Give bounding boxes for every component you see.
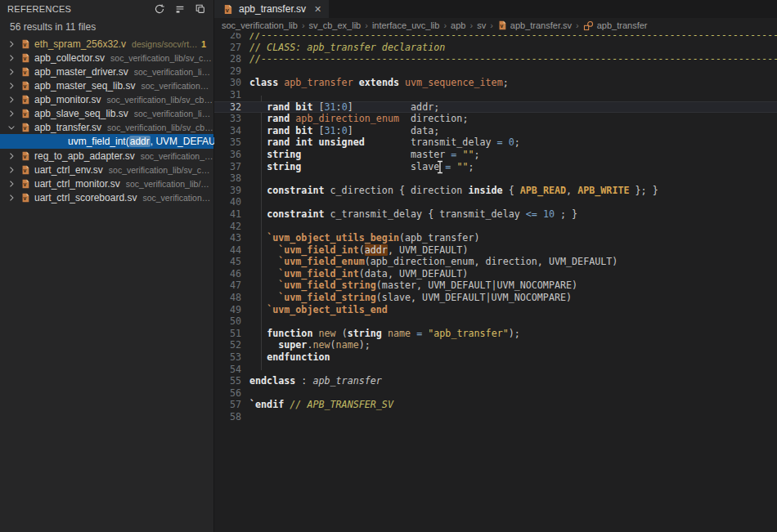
references-panel: REFERENCES 56 results in 11 files veth_s… [0, 0, 214, 532]
reference-result-row[interactable]: uvm_field_int(addr, UVM_DEFAULT)✕ [0, 134, 213, 149]
file-name: reg_to_apb_adapter.sv [34, 150, 135, 162]
file-path: designs/socv/rtl/rtl_lpw... [132, 39, 198, 49]
file-row[interactable]: vuart_ctrl_monitor.svsoc_verification_li… [0, 177, 213, 190]
code-line[interactable]: 51 function new (string name = "apb_tran… [214, 328, 777, 340]
file-row[interactable]: vapb_collector.svsoc_verification_lib/sv… [0, 51, 213, 65]
code-text: function new (string name = "apb_transfe… [249, 328, 777, 340]
code-line[interactable]: 56 [214, 387, 777, 400]
code-line[interactable]: 50 [214, 315, 777, 328]
class-icon [583, 20, 594, 31]
file-row[interactable]: vapb_master_seq_lib.svsoc_verification_l… [0, 78, 213, 92]
close-icon[interactable]: ✕ [314, 4, 321, 15]
code-line[interactable]: 35 rand int unsigned transmit_delay = 0; [214, 136, 777, 149]
chevron-right-icon[interactable] [6, 94, 17, 105]
code-line[interactable]: 52 super.new(name); [214, 339, 777, 351]
file-row[interactable]: vapb_slave_seq_lib.svsoc_verification_li… [0, 106, 213, 120]
code-line[interactable]: 37 string slave = ""; [214, 161, 777, 173]
code-text: rand bit [31:0] addr; [249, 101, 777, 114]
code-lines: 26//------------------------------------… [214, 33, 777, 423]
verilog-file-icon: v [19, 80, 31, 92]
set-query-button[interactable] [173, 2, 186, 16]
code-text: `uvm_object_utils_begin(apb_transfer) [249, 232, 777, 244]
code-area[interactable]: 26//------------------------------------… [214, 33, 777, 532]
line-number: 39 [214, 185, 241, 197]
breadcrumb-item[interactable]: apb_transfer [583, 20, 648, 31]
chevron-right-icon[interactable] [6, 80, 17, 92]
chevron-right-icon[interactable] [6, 150, 17, 162]
line-number: 46 [214, 268, 241, 280]
result-text: uvm_field_int(addr, UVM_DEFAULT) [68, 136, 230, 147]
verilog-file-icon: v [222, 3, 234, 15]
svg-text:v: v [23, 111, 26, 117]
file-row[interactable]: vapb_monitor.svsoc_verification_lib/sv_c… [0, 92, 213, 106]
code-text [249, 387, 777, 400]
code-text [249, 89, 777, 101]
code-line[interactable]: 31 [214, 89, 777, 101]
code-line[interactable]: 55endclass : apb_transfer [214, 375, 777, 387]
breadcrumb-item[interactable]: vapb_transfer.sv [497, 20, 572, 30]
chevron-right-icon[interactable] [6, 192, 17, 203]
file-row[interactable]: vapb_transfer.svsoc_verification_lib/sv_… [0, 120, 213, 134]
file-name: apb_slave_seq_lib.sv [34, 108, 128, 119]
verilog-file-icon: v [19, 52, 31, 64]
file-row[interactable]: vapb_master_driver.svsoc_verification_li… [0, 65, 213, 78]
code-line[interactable]: 58 [214, 411, 777, 423]
code-line[interactable]: 46 `uvm_field_int(data, UVM_DEFAULT) [214, 268, 777, 280]
copy-all-button[interactable] [193, 2, 207, 16]
code-line[interactable]: 44 `uvm_field_int(addr, UVM_DEFAULT) [214, 244, 777, 257]
file-row[interactable]: vreg_to_apb_adapter.svsoc_verification_l… [0, 149, 213, 163]
breadcrumb-separator: › [302, 20, 305, 30]
chevron-right-icon[interactable] [6, 178, 17, 190]
code-text [249, 364, 777, 376]
code-text: `uvm_object_utils_end [249, 304, 777, 316]
code-line[interactable]: 34 rand bit [31:0] data; [214, 125, 777, 137]
code-line[interactable]: 45 `uvm_field_enum(apb_direction_enum, d… [214, 256, 777, 268]
chevron-right-icon[interactable] [6, 108, 17, 119]
code-line[interactable]: 36 string master = ""; [214, 149, 777, 161]
refresh-button[interactable] [152, 2, 166, 16]
tab-apb-transfer[interactable]: v apb_transfer.sv ✕ [214, 0, 329, 18]
chevron-right-icon[interactable] [6, 52, 17, 64]
file-row[interactable]: veth_spram_256x32.vdesigns/socv/rtl/rtl_… [0, 37, 213, 51]
file-name: apb_transfer.sv [34, 122, 101, 133]
code-line[interactable]: 49 `uvm_object_utils_end [214, 304, 777, 316]
breadcrumb-item[interactable]: sv [477, 20, 486, 30]
svg-text:v: v [23, 125, 26, 131]
code-text: `endif // APB_TRANSFER_SV [249, 399, 777, 411]
code-line[interactable]: 38 [214, 172, 777, 185]
code-line[interactable]: 26//------------------------------------… [214, 33, 777, 42]
code-line[interactable]: 48 `uvm_field_string(slave, UVM_DEFAULT|… [214, 292, 777, 304]
svg-text:v: v [23, 56, 26, 61]
code-line[interactable]: 39 constraint c_direction { direction in… [214, 185, 777, 197]
line-number: 50 [214, 315, 241, 328]
code-line[interactable]: 28//------------------------------------… [214, 53, 777, 65]
breadcrumb-item[interactable]: soc_verification_lib [222, 20, 298, 30]
chevron-right-icon[interactable] [6, 38, 17, 50]
code-line[interactable]: 47 `uvm_field_string(master, UVM_DEFAULT… [214, 279, 777, 292]
file-row[interactable]: vuart_ctrl_env.svsoc_verification_lib/sv… [0, 163, 213, 177]
file-row[interactable]: vuart_ctrl_scoreboard.svsoc_verification… [0, 190, 213, 204]
code-line[interactable]: 32 rand bit [31:0] addr; [214, 101, 777, 114]
chevron-right-icon[interactable] [6, 164, 17, 176]
chevron-right-icon[interactable] [6, 66, 17, 78]
line-number: 44 [214, 244, 241, 257]
chevron-down-icon[interactable] [6, 122, 17, 133]
breadcrumb-item[interactable]: sv_cb_ex_lib [309, 20, 362, 30]
code-line[interactable]: 30class apb_transfer extends uvm_sequenc… [214, 77, 777, 89]
code-line[interactable]: 40 [214, 196, 777, 208]
code-line[interactable]: 54 [214, 364, 777, 376]
file-name: uart_ctrl_monitor.sv [34, 178, 120, 190]
breadcrumb-item[interactable]: apb [451, 20, 465, 30]
code-line[interactable]: 27// CLASS: apb_transfer declaration [214, 42, 777, 54]
code-line[interactable]: 42 [214, 221, 777, 233]
code-line[interactable]: 29 [214, 65, 777, 78]
verilog-file-icon: v [19, 66, 31, 78]
code-line[interactable]: 53 endfunction [214, 351, 777, 364]
code-line[interactable]: 57`endif // APB_TRANSFER_SV [214, 399, 777, 411]
code-line[interactable]: 43 `uvm_object_utils_begin(apb_transfer) [214, 232, 777, 244]
file-path: soc_verification_lib/sv_cb_ex_li... [106, 95, 213, 105]
breadcrumb-separator: › [469, 20, 473, 30]
code-line[interactable]: 41 constraint c_transmit_delay { transmi… [214, 208, 777, 221]
code-line[interactable]: 33 rand apb_direction_enum direction; [214, 113, 777, 125]
breadcrumb-item[interactable]: interface_uvc_lib [372, 20, 440, 30]
